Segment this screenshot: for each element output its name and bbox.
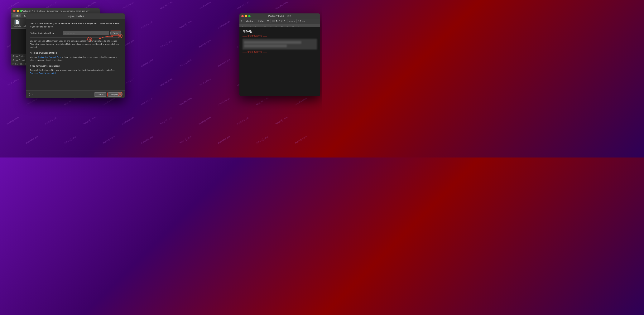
color-swatch[interactable]: [272, 20, 275, 22]
paragraph-mark[interactable]: ¶: [240, 20, 242, 22]
strikethrough-btn[interactable]: S: [284, 20, 285, 22]
toolbar-sep-1: [243, 20, 243, 23]
rtf-maximize-button[interactable]: [248, 15, 250, 17]
dialog-footer: ? Cancel Register: [26, 90, 124, 98]
line-spacing[interactable]: 1.0: [298, 20, 301, 22]
annotation-circle-1: ①: [87, 37, 92, 42]
bold-btn[interactable]: B: [276, 20, 278, 22]
reg-code-input[interactable]: [63, 31, 109, 35]
footer-help-button[interactable]: ?: [29, 93, 32, 96]
purchase-text: To use all the features of the paid vers…: [30, 69, 121, 75]
traffic-lights: [13, 10, 22, 12]
rtf-content: 序列号: —— 复制下面的部分 —— —— 复制上面的部分 ——: [240, 27, 320, 66]
blurred-line-2: [244, 44, 287, 47]
dashed-line-bottom: —— 复制上面的部分 ——: [242, 51, 317, 54]
output-folder-label: Output Folder:: [12, 55, 28, 57]
ruler-mark: 14: [275, 25, 277, 27]
ruler-mark: 4: [250, 25, 251, 27]
rtf-close-button[interactable]: [241, 15, 244, 17]
add-file-icon: 📄 +: [14, 20, 20, 25]
underline-btn[interactable]: U: [281, 20, 282, 22]
purchase-title: If you have not yet purchased: [30, 64, 121, 68]
rtf-style[interactable]: 常规体: [258, 20, 264, 23]
minimize-button[interactable]: [17, 10, 19, 12]
font-dropdown-icon[interactable]: ▾: [254, 20, 254, 22]
app-titlebar: Pixillion by NCH Software - (Unlicensed)…: [11, 8, 100, 14]
rtf-title: Pixillion注册码.rtf — □ ✕: [268, 14, 291, 18]
app-title: Pixillion by NCH Software - (Unlicensed)…: [21, 10, 90, 12]
toolbar-sep-5: [287, 20, 288, 23]
cancel-button[interactable]: Cancel: [94, 92, 106, 96]
rtf-toolbar: ¶ Helvetica ▾ 常规体 20 B I U S ≡ ≡ ≡ ≡ 1.0…: [240, 19, 320, 24]
dialog-body: After you have activated your serial num…: [26, 19, 124, 78]
ruler-mark: 20: [292, 25, 294, 27]
reg-code-label: Pixillion Registration Code:: [30, 32, 62, 35]
add-files-label: Add File(s): [13, 25, 21, 27]
menu-home[interactable]: Home: [12, 14, 21, 17]
ruler-mark: 8: [260, 25, 260, 27]
rtf-font[interactable]: Helvetica: [245, 20, 253, 22]
help-text: Visit our Registration Support Page to h…: [30, 56, 121, 62]
purchase-text-pre: To use all the features of the paid vers…: [30, 69, 115, 71]
add-files-button[interactable]: 📄 + Add File(s): [13, 20, 21, 27]
rtf-ruler: 0 2 4 6 8 10 12 14 16 18 20 22: [240, 24, 320, 27]
italic-btn[interactable]: I: [279, 20, 280, 22]
ruler-mark: 12: [270, 25, 272, 27]
align-icons: ≡ ≡ ≡ ≡: [289, 20, 295, 22]
dialog-intro-text: After you have activated your serial num…: [30, 22, 121, 28]
ruler-mark: 16: [281, 25, 283, 27]
reg-code-row: Pixillion Registration Code: Paste: [30, 31, 121, 35]
ruler-mark: 18: [286, 25, 288, 27]
close-button[interactable]: [13, 10, 16, 12]
rtf-size[interactable]: 20: [267, 20, 269, 22]
dialog-titlebar: Register Pixillion: [26, 14, 124, 19]
list-icons: ≡ ≡: [302, 20, 305, 22]
ruler-mark: 0: [242, 25, 243, 27]
toolbar-sep-4: [270, 20, 271, 23]
ruler-mark: 6: [255, 25, 256, 27]
register-dialog: Register Pixillion After you have activa…: [26, 14, 124, 98]
blurred-line-1: [244, 41, 301, 44]
annotation-circle-3: ③: [118, 92, 122, 96]
registration-support-link[interactable]: Registration Support Page: [38, 56, 61, 58]
output-format-label: Output Format:: [12, 59, 28, 61]
help-text-pre: Visit our: [30, 56, 38, 58]
dialog-title: Register Pixillion: [67, 15, 84, 18]
annotation-circle-2: ②: [118, 34, 122, 38]
ruler-mark: 10: [264, 25, 266, 27]
serial-number-content: [242, 39, 317, 50]
rtf-titlebar: Pixillion注册码.rtf — □ ✕: [240, 14, 320, 19]
toolbar-sep-6: [296, 20, 297, 23]
dashed-line-top: —— 复制下面的部分 ——: [242, 35, 317, 38]
help-title: Need help with registration: [30, 51, 121, 54]
purchase-serial-link[interactable]: Purchase Serial Number Online: [30, 72, 58, 74]
rtf-minimize-button[interactable]: [245, 15, 247, 17]
rtf-heading: 序列号:: [242, 30, 317, 34]
ruler-marks-container: 0 2 4 6 8 10 12 14 16 18 20 22: [240, 24, 320, 27]
ruler-mark: 2: [246, 25, 246, 27]
rtf-window: Pixillion注册码.rtf — □ ✕ ¶ Helvetica ▾ 常规体…: [240, 14, 320, 96]
rtf-traffic-lights: [241, 15, 250, 17]
dialog-warning-text: You can only use a Registration Code on …: [30, 38, 121, 48]
ruler-mark: 22: [298, 25, 299, 27]
